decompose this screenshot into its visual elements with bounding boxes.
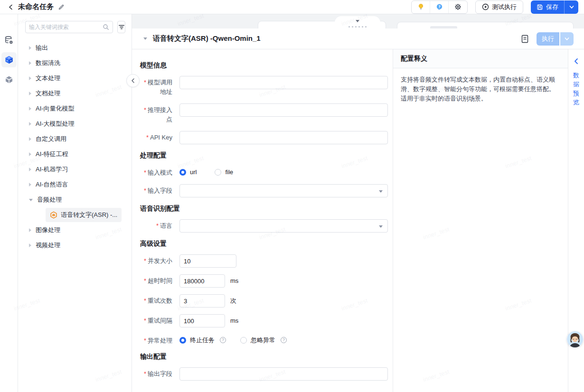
input-field-select[interactable]	[179, 184, 388, 197]
sidebar-item-label: 文档处理	[36, 89, 60, 98]
caret-right-icon	[29, 243, 31, 247]
svg-text:?: ?	[438, 5, 441, 9]
edit-title-icon[interactable]	[57, 2, 66, 12]
sidebar-item[interactable]: AI-向量化模型	[25, 101, 125, 116]
sidebar-item[interactable]: 文档处理	[25, 86, 125, 101]
sidebar-item[interactable]: 视频处理	[25, 238, 125, 253]
field-label: 异常处理	[148, 337, 172, 344]
section-title-asr: 语音识别配置	[140, 205, 388, 213]
filter-button[interactable]	[117, 21, 125, 33]
help-circle-icon[interactable]: ?	[220, 337, 226, 343]
gray-cube-icon	[4, 75, 14, 84]
save-button[interactable]: 保存	[531, 0, 564, 14]
sidebar-item[interactable]: 自定义调用	[25, 131, 125, 147]
radio-option-file[interactable]: file	[215, 168, 233, 176]
help-button[interactable]: ?	[430, 1, 449, 13]
save-icon	[537, 4, 543, 10]
database-gear-icon	[4, 36, 13, 45]
search-icon	[103, 24, 109, 30]
sidebar-item[interactable]: AI-大模型处理	[25, 116, 125, 131]
sidebar-item[interactable]: 输出	[25, 40, 125, 56]
sidebar-item-label: 视频处理	[36, 241, 60, 250]
output-field-input[interactable]	[179, 367, 388, 381]
play-circle-icon	[482, 3, 489, 10]
sidebar-item[interactable]: 音频处理	[25, 192, 125, 207]
sidebar-collapse-button[interactable]	[126, 74, 140, 87]
sidebar-item-label: 输出	[36, 44, 48, 52]
field-label: 语言	[160, 222, 172, 229]
caret-right-icon	[29, 152, 31, 156]
rail-data-source-button[interactable]	[1, 32, 17, 47]
tips-lightbulb-button[interactable]	[412, 1, 430, 13]
radio-label: 终止任务	[190, 336, 215, 345]
sidebar-item-label: 文本处理	[36, 74, 60, 83]
sidebar-item-label: AI-机器学习	[36, 165, 68, 174]
run-button[interactable]: 执行	[537, 32, 559, 46]
sidebar-item[interactable]: AI-特征工程	[25, 147, 125, 162]
caret-right-icon	[29, 61, 31, 65]
sidebar-item[interactable]: 数据清洗	[25, 56, 125, 71]
retry-count-input[interactable]	[179, 294, 225, 308]
chevron-down-icon	[356, 20, 359, 22]
radio-icon	[240, 337, 247, 344]
node-config-panel: 语音转文字(ASR) -Qwen-Omin_1 执行	[132, 28, 584, 392]
test-run-label: 测试执行	[492, 3, 517, 11]
save-label: 保存	[546, 3, 558, 11]
config-form: 模型信息 *模型调用地址 *推理接入点 *API Key	[132, 49, 393, 392]
run-split-button: 执行	[537, 32, 574, 46]
form-row-input-mode: *输入模式 url file	[140, 166, 388, 177]
asr-node-icon	[50, 211, 57, 219]
concurrency-input[interactable]	[179, 254, 236, 268]
language-select[interactable]	[179, 219, 388, 233]
canvas-collapse-handle[interactable]	[335, 16, 380, 35]
data-preview-tab[interactable]: 数据预览	[573, 71, 580, 107]
radio-label: 忽略异常	[251, 336, 275, 345]
section-title-output: 输出配置	[140, 353, 388, 361]
blue-cube-icon	[4, 55, 14, 65]
assistant-avatar[interactable]	[567, 331, 583, 347]
section-title-advanced: 高级设置	[140, 240, 388, 248]
sidebar-item-label: AI-大模型处理	[36, 120, 75, 128]
node-title: 语音转文字(ASR) -Qwen-Omin_1	[153, 34, 261, 43]
search-box	[25, 21, 113, 33]
run-dropdown-caret[interactable]	[560, 32, 574, 46]
app-window: 未命名任务 ? 测试执行	[0, 0, 584, 392]
caret-right-icon	[29, 107, 31, 111]
chevron-down-icon	[379, 225, 383, 228]
radio-icon	[215, 169, 221, 176]
test-run-button[interactable]: 测试执行	[475, 0, 523, 14]
radio-option-abort[interactable]: 终止任务?	[179, 336, 226, 345]
sidebar-item[interactable]: AI-自然语言	[25, 177, 125, 192]
settings-gear-button[interactable]	[449, 1, 467, 13]
expand-preview-chevron-icon[interactable]	[574, 58, 579, 65]
retry-interval-input[interactable]	[179, 314, 225, 327]
radio-option-ignore[interactable]: 忽略异常?	[240, 336, 287, 345]
sidebar-subitem[interactable]: 语音转文字(ASR) -...	[46, 208, 122, 222]
unit-label: ms	[230, 314, 238, 327]
sidebar-item[interactable]: 文本处理	[25, 71, 125, 86]
model-url-input[interactable]	[179, 76, 388, 89]
save-dropdown-caret[interactable]	[564, 0, 578, 14]
api-key-input[interactable]	[179, 131, 388, 144]
sidebar-item-label: 音频处理	[37, 196, 62, 204]
endpoint-input[interactable]	[179, 103, 388, 117]
sidebar-item[interactable]: 图像处理	[25, 223, 125, 238]
help-body: 支持将音频文件转写成文本数据，内置自动标点、语义顺滑、数字规整、智能分句等功能，…	[393, 68, 568, 110]
unit-label: ms	[230, 274, 238, 288]
search-input[interactable]	[29, 24, 103, 30]
timeout-input[interactable]	[179, 274, 225, 288]
rail-model-button[interactable]	[1, 72, 17, 87]
document-icon[interactable]	[521, 35, 529, 43]
caret-right-icon	[29, 122, 31, 126]
caret-right-icon	[29, 228, 31, 232]
section-title-process: 处理配置	[140, 151, 388, 160]
radio-option-url[interactable]: url	[179, 168, 197, 176]
sidebar-item[interactable]: AI-机器学习	[25, 162, 125, 177]
collapse-panel-caret[interactable]	[143, 37, 147, 40]
component-tree: 输出数据清洗文本处理文档处理AI-向量化模型AI-大模型处理自定义调用AI-特征…	[25, 40, 125, 253]
help-circle-icon[interactable]: ?	[281, 337, 287, 343]
rail-components-button[interactable]	[1, 52, 17, 67]
back-button[interactable]	[6, 2, 16, 12]
save-split-button: 保存	[531, 0, 578, 14]
caret-right-icon	[29, 92, 31, 95]
